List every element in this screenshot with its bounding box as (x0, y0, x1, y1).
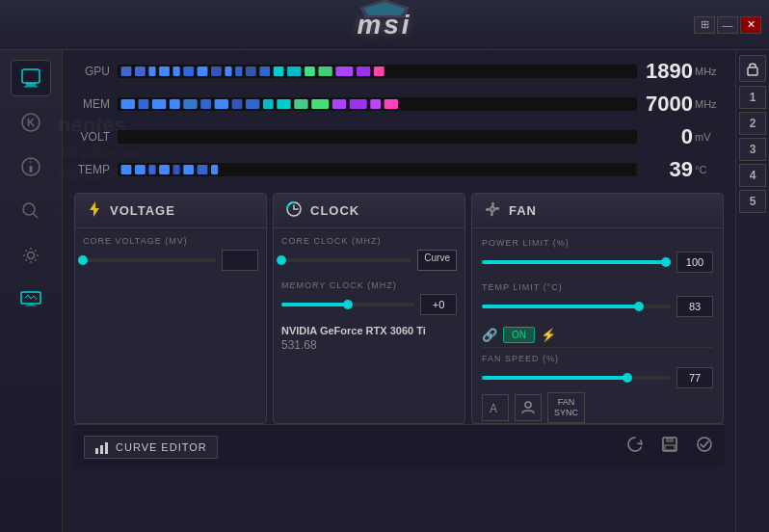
svg-rect-19 (148, 66, 155, 76)
minimize-button[interactable]: — (717, 16, 738, 34)
sidebar-icon-overclock[interactable] (11, 60, 51, 96)
gpu-unit: MHz (695, 66, 724, 77)
fan-on-toggle[interactable]: ON (503, 327, 535, 343)
memory-clock-value-box: +0 (420, 294, 457, 315)
svg-rect-25 (225, 66, 231, 76)
svg-rect-38 (139, 99, 149, 109)
save-icon[interactable] (660, 435, 679, 459)
svg-rect-17 (121, 66, 132, 76)
clock-panel-body: CORE CLOCK (MHz) Curve MEMORY CLOCK (MHz… (274, 228, 464, 359)
svg-rect-35 (374, 66, 384, 76)
svg-rect-70 (105, 442, 108, 454)
core-voltage-control: CORE VOLTAGE (MV) (83, 236, 258, 271)
core-clock-slider-row: Curve (281, 250, 457, 271)
fan-sync-button[interactable]: FANSYNC (547, 392, 585, 423)
profile-4-button[interactable]: 4 (739, 164, 766, 187)
svg-point-12 (28, 253, 35, 259)
temp-limit-track[interactable] (482, 305, 671, 308)
link-icon: 🔗 (482, 328, 497, 342)
voltage-panel-title: VOLTAGE (110, 203, 175, 218)
core-voltage-slider-row (83, 250, 258, 271)
memory-clock-track[interactable] (281, 303, 414, 306)
power-limit-slider-row: 100 (482, 252, 713, 273)
svg-point-67 (525, 402, 531, 408)
gpu-freq: 531.68 (281, 338, 457, 352)
curve-editor-label: CURVE EDITOR (116, 441, 207, 453)
gpu-value: 1890 (637, 59, 695, 84)
profile-1-label: 1 (750, 91, 756, 104)
svg-rect-27 (246, 66, 256, 76)
volt-label: VOLT (74, 130, 118, 144)
svg-rect-13 (21, 292, 40, 304)
sidebar-icon-search[interactable] (11, 193, 51, 229)
svg-rect-63 (211, 165, 218, 174)
svg-point-74 (698, 438, 711, 451)
svg-rect-9 (30, 166, 33, 173)
sidebar-icon-info[interactable]: i (11, 148, 51, 185)
svg-rect-48 (294, 99, 307, 109)
svg-line-11 (34, 214, 39, 219)
right-sidebar: 1 2 3 4 5 (735, 50, 769, 532)
profile-5-button[interactable]: 5 (739, 190, 766, 213)
fan-speed-track[interactable] (482, 376, 671, 380)
core-clock-track[interactable] (281, 258, 411, 262)
temp-limit-label: TEMP LIMIT (°C) (482, 282, 713, 292)
svg-rect-75 (748, 67, 757, 75)
svg-marker-1 (363, 2, 406, 15)
svg-rect-57 (135, 165, 146, 174)
fan-speed-value-box: 77 (676, 367, 713, 388)
volt-value: 0 (637, 124, 695, 149)
fan-speed-section: FAN SPEED (%) 77 (482, 347, 713, 388)
svg-rect-61 (183, 165, 194, 174)
fan-panel-title: FAN (509, 203, 537, 218)
title-gem (356, 0, 413, 17)
close-button[interactable]: ✕ (740, 16, 761, 34)
toolbar-icons (625, 435, 714, 459)
fan-panel-header: FAN (472, 194, 723, 228)
svg-rect-4 (24, 86, 38, 88)
profile-1-button[interactable]: 1 (739, 86, 766, 109)
core-voltage-track[interactable] (83, 258, 216, 262)
svg-rect-69 (100, 445, 103, 454)
svg-rect-45 (246, 99, 259, 109)
text-icon[interactable]: A (482, 394, 509, 421)
fan-icon (484, 200, 501, 222)
power-limit-track[interactable] (482, 260, 671, 264)
svg-marker-64 (90, 201, 99, 217)
svg-rect-33 (335, 66, 353, 76)
fan-toggle-row: 🔗 ON ⚡ (482, 327, 713, 343)
user-icon[interactable] (515, 394, 542, 421)
fan-speed-slider-row: 77 (482, 367, 713, 388)
overclock-icon (19, 67, 42, 89)
sidebar-icon-settings[interactable] (11, 237, 51, 274)
curve-button[interactable]: Curve (417, 250, 457, 271)
svg-rect-62 (198, 165, 208, 174)
profile-3-button[interactable]: 3 (739, 138, 766, 161)
core-voltage-label: CORE VOLTAGE (MV) (83, 236, 258, 246)
curve-editor-button[interactable]: CURVE EDITOR (84, 436, 218, 459)
svg-rect-28 (259, 66, 270, 76)
gpu-label: GPU (74, 65, 118, 78)
clock-icon (285, 200, 303, 222)
lock-button[interactable] (739, 55, 766, 82)
profile-5-label: 5 (750, 195, 756, 208)
apply-icon[interactable] (695, 435, 714, 459)
svg-rect-31 (305, 66, 315, 76)
profile-2-button[interactable]: 2 (739, 112, 766, 135)
svg-rect-30 (287, 66, 301, 76)
reset-icon[interactable] (625, 435, 645, 459)
profile-4-label: 4 (750, 169, 756, 182)
sidebar-icon-monitor[interactable] (11, 281, 51, 318)
profile-2-label: 2 (750, 117, 756, 130)
sidebar-icon-k[interactable]: K (11, 104, 51, 141)
svg-rect-43 (215, 99, 228, 109)
clock-panel-header: CLOCK (274, 194, 464, 228)
svg-text:K: K (27, 117, 35, 128)
temp-limit-slider-row: 83 (482, 296, 713, 317)
fan-panel: FAN POWER LIMIT (%) 100 (471, 193, 724, 424)
restore-button[interactable]: ⊞ (694, 16, 715, 34)
volt-meter-row: VOLT 0 mV (74, 123, 724, 150)
k-icon: K (20, 112, 41, 133)
svg-rect-60 (172, 165, 179, 174)
core-clock-label: CORE CLOCK (MHz) (281, 236, 457, 246)
